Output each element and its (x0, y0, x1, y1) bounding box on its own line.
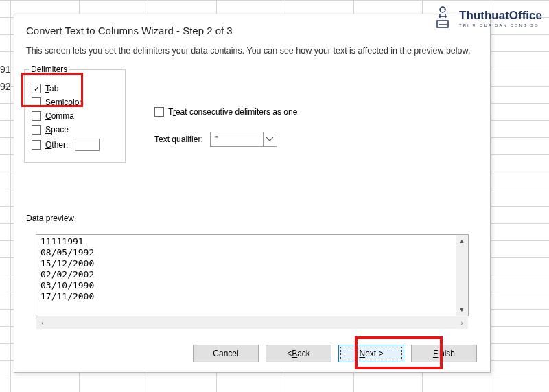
checkbox-tab[interactable]: ✓ (32, 84, 41, 93)
next-button[interactable]: Next > (338, 345, 404, 362)
checkbox-comma[interactable] (32, 111, 41, 121)
treat-consecutive-row[interactable]: Treat consecutive delimiters as one (154, 107, 297, 117)
finish-button[interactable]: Finish (411, 345, 477, 362)
delimiters-group: Delimiters ✓ TTabab Semicolon Comma Spac… (24, 69, 126, 163)
watermark-brand: ThuthuatOffice (459, 9, 542, 23)
scroll-right-icon[interactable]: › (456, 316, 468, 329)
watermark-sub: TRI ✕ CUA DAN CONG SO (459, 23, 542, 27)
text-qualifier-label: Text qualifier: (154, 135, 203, 144)
delimiter-tab[interactable]: ✓ TTabab (32, 84, 118, 93)
svg-point-2 (444, 8, 445, 10)
svg-point-0 (440, 7, 445, 12)
row-header-92: 92 (0, 81, 14, 92)
checkbox-other[interactable] (32, 140, 41, 150)
chevron-down-icon (263, 132, 277, 146)
data-preview-label: Data preview (26, 214, 74, 223)
preview-content: 11111991 08/05/1992 15/12/2000 02/02/200… (36, 235, 468, 303)
text-to-columns-wizard: Convert Text to Columns Wizard - Step 2 … (14, 14, 491, 373)
scroll-left-icon[interactable]: ‹ (36, 316, 49, 329)
watermark-logo: ThuthuatOffice TRI ✕ CUA DAN CONG SO (429, 4, 542, 32)
back-button[interactable]: < Back (266, 345, 331, 362)
scroll-up-icon[interactable]: ▲ (456, 235, 468, 247)
logo-icon (429, 4, 456, 32)
qualifier-value: " (215, 135, 218, 144)
preview-vscroll[interactable]: ▲ ▼ (456, 235, 468, 316)
cancel-button[interactable]: Cancel (193, 345, 259, 362)
svg-point-1 (440, 8, 441, 10)
delimiter-other[interactable]: Other: (32, 139, 118, 151)
delimiter-space[interactable]: Space (32, 125, 118, 135)
dialog-title: Convert Text to Columns Wizard - Step 2 … (26, 25, 478, 36)
row-header-91: 91 (0, 64, 14, 75)
dialog-description: This screen lets you set the delimiters … (26, 46, 478, 56)
text-qualifier-select[interactable]: " (210, 132, 277, 147)
delimiter-semicolon[interactable]: Semicolon (32, 97, 118, 107)
other-delimiter-input[interactable] (75, 139, 100, 151)
checkbox-space[interactable] (32, 125, 41, 135)
delimiters-legend: Delimiters (29, 65, 69, 74)
data-preview-box: 11111991 08/05/1992 15/12/2000 02/02/200… (36, 234, 469, 316)
delimiter-comma[interactable]: Comma (32, 111, 118, 121)
checkbox-consecutive[interactable] (154, 107, 164, 117)
checkbox-semicolon[interactable] (32, 97, 41, 107)
scroll-down-icon[interactable]: ▼ (456, 303, 468, 316)
preview-hscroll[interactable]: ‹ › (36, 316, 468, 329)
